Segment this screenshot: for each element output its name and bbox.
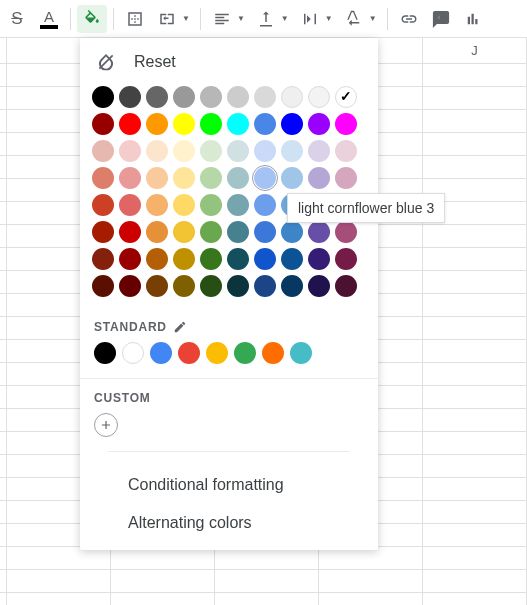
standard-color-swatch[interactable] [94, 342, 116, 364]
text-rotation-button[interactable] [339, 5, 369, 33]
color-swatch[interactable] [335, 248, 357, 270]
color-swatch[interactable] [281, 248, 303, 270]
cell[interactable] [215, 593, 319, 605]
color-swatch[interactable] [119, 221, 141, 243]
insert-chart-button[interactable] [458, 5, 488, 33]
horizontal-align-button[interactable] [207, 5, 237, 33]
cell[interactable] [423, 409, 527, 432]
color-swatch[interactable] [119, 86, 141, 108]
row-header[interactable] [0, 64, 7, 87]
insert-comment-button[interactable] [426, 5, 456, 33]
color-swatch[interactable] [335, 275, 357, 297]
cell[interactable] [319, 593, 423, 605]
row-header[interactable] [0, 179, 7, 202]
fill-color-button[interactable] [77, 5, 107, 33]
color-swatch[interactable] [173, 113, 195, 135]
cell[interactable] [423, 501, 527, 524]
merge-cells-button[interactable] [152, 5, 182, 33]
row-header[interactable] [0, 593, 7, 605]
color-swatch[interactable] [254, 86, 276, 108]
row-header[interactable] [0, 501, 7, 524]
cell[interactable] [423, 432, 527, 455]
color-swatch[interactable] [119, 275, 141, 297]
color-swatch[interactable] [173, 194, 195, 216]
conditional-formatting-item[interactable]: Conditional formatting [80, 466, 378, 504]
cell[interactable] [111, 593, 215, 605]
color-swatch[interactable] [92, 275, 114, 297]
color-swatch[interactable] [119, 113, 141, 135]
color-swatch[interactable] [146, 86, 168, 108]
cell[interactable] [7, 593, 111, 605]
color-swatch[interactable] [200, 140, 222, 162]
row-header[interactable] [0, 432, 7, 455]
color-swatch[interactable] [173, 221, 195, 243]
color-swatch[interactable] [335, 167, 357, 189]
color-swatch[interactable] [308, 248, 330, 270]
reset-color-button[interactable]: Reset [80, 38, 378, 82]
color-swatch[interactable] [308, 221, 330, 243]
add-custom-color-button[interactable] [94, 413, 118, 437]
color-swatch[interactable] [146, 248, 168, 270]
standard-color-swatch[interactable] [206, 342, 228, 364]
cell[interactable] [423, 478, 527, 501]
cell[interactable] [423, 225, 527, 248]
chevron-down-icon[interactable]: ▼ [369, 14, 381, 23]
cell[interactable] [319, 547, 423, 570]
color-swatch[interactable] [308, 275, 330, 297]
select-all-gutter[interactable] [0, 38, 7, 63]
cell[interactable] [423, 87, 527, 110]
cell[interactable] [111, 570, 215, 593]
cell[interactable] [423, 64, 527, 87]
row-header[interactable] [0, 225, 7, 248]
color-swatch[interactable] [254, 194, 276, 216]
row-header[interactable] [0, 133, 7, 156]
pencil-icon[interactable] [173, 320, 187, 334]
cell[interactable] [423, 593, 527, 605]
row-header[interactable] [0, 340, 7, 363]
row-header[interactable] [0, 110, 7, 133]
chevron-down-icon[interactable]: ▼ [237, 14, 249, 23]
color-swatch[interactable] [200, 86, 222, 108]
borders-button[interactable] [120, 5, 150, 33]
cell[interactable] [423, 386, 527, 409]
row-header[interactable] [0, 547, 7, 570]
color-swatch[interactable] [92, 248, 114, 270]
color-swatch[interactable] [146, 140, 168, 162]
color-swatch[interactable] [200, 194, 222, 216]
color-swatch[interactable] [92, 221, 114, 243]
chevron-down-icon[interactable]: ▼ [281, 14, 293, 23]
color-swatch[interactable] [119, 167, 141, 189]
color-swatch[interactable] [254, 140, 276, 162]
insert-link-button[interactable] [394, 5, 424, 33]
standard-color-swatch[interactable] [234, 342, 256, 364]
cell[interactable] [423, 317, 527, 340]
color-swatch[interactable] [308, 167, 330, 189]
color-swatch[interactable] [227, 221, 249, 243]
standard-color-swatch[interactable] [150, 342, 172, 364]
color-swatch[interactable] [200, 275, 222, 297]
cell[interactable] [423, 110, 527, 133]
cell[interactable] [423, 294, 527, 317]
color-swatch[interactable] [92, 167, 114, 189]
color-swatch[interactable] [308, 86, 330, 108]
cell[interactable] [423, 455, 527, 478]
cell[interactable] [319, 570, 423, 593]
color-swatch[interactable] [119, 140, 141, 162]
row-header[interactable] [0, 570, 7, 593]
color-swatch[interactable] [227, 86, 249, 108]
cell[interactable] [423, 271, 527, 294]
color-swatch[interactable] [335, 221, 357, 243]
color-swatch[interactable] [146, 221, 168, 243]
color-swatch[interactable] [281, 167, 303, 189]
cell[interactable] [423, 524, 527, 547]
row-header[interactable] [0, 455, 7, 478]
color-swatch[interactable] [254, 113, 276, 135]
color-swatch[interactable] [281, 113, 303, 135]
color-swatch[interactable] [173, 167, 195, 189]
color-swatch[interactable] [254, 167, 276, 189]
color-swatch[interactable] [200, 113, 222, 135]
chevron-down-icon[interactable]: ▼ [182, 14, 194, 23]
cell[interactable] [423, 363, 527, 386]
color-swatch[interactable] [227, 194, 249, 216]
row-header[interactable] [0, 386, 7, 409]
